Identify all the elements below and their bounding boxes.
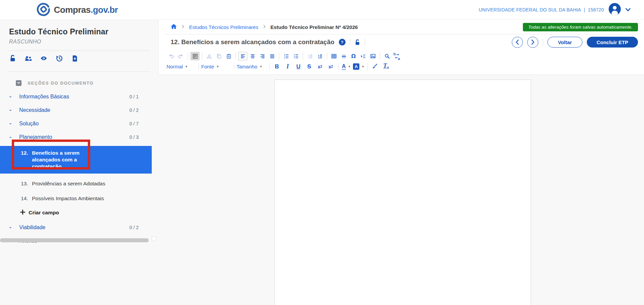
divider: [543, 38, 543, 46]
sidebar-item-12-beneficios-selected[interactable]: 12. Benefícios a serem alcançados com a …: [0, 146, 152, 174]
background-color-button[interactable]: A▾: [352, 62, 365, 71]
sections-header-label: SEÇÕES DO DOCUMENTO: [28, 81, 94, 86]
breadcrumb: Estudos Técnicos Preliminares Estudo Téc…: [171, 24, 358, 31]
breadcrumb-link-etp-list[interactable]: Estudos Técnicos Preliminares: [189, 24, 258, 30]
align-justify-icon[interactable]: [267, 52, 277, 60]
insert-image-icon[interactable]: [368, 52, 378, 60]
strikethrough-button[interactable]: S: [304, 62, 314, 71]
chevron-up-icon: [0, 136, 11, 139]
section-count: 0 / 3: [130, 134, 139, 140]
help-icon[interactable]: ?: [339, 39, 346, 45]
richtext-toolbar: Ω ba Normal▾ Fonte▾ Tamanho▾ B I U S x2 …: [158, 50, 644, 73]
section-count: 0 / 2: [130, 108, 139, 113]
chevron-down-icon: [0, 109, 11, 112]
collapse-sections-icon: [16, 80, 22, 86]
paste-icon[interactable]: [224, 52, 233, 60]
plus-icon: [20, 210, 25, 216]
section-count: 0 / 2: [130, 225, 139, 230]
editor-canvas[interactable]: [275, 80, 531, 305]
align-left-icon[interactable]: [238, 52, 247, 60]
sidebar-horizontal-scrollbar[interactable]: [0, 238, 149, 242]
breadcrumb-chevron-icon: [182, 24, 184, 30]
text-color-button[interactable]: A▾: [341, 62, 351, 71]
chevron-down-icon: [0, 226, 11, 229]
divider: [365, 38, 365, 46]
horizontal-line-icon[interactable]: [339, 52, 348, 60]
previous-section-button[interactable]: [512, 37, 523, 48]
undo-icon[interactable]: [167, 52, 176, 60]
select-all-icon[interactable]: [190, 52, 200, 60]
copy-icon[interactable]: [214, 52, 223, 60]
sections-header[interactable]: SEÇÕES DO DOCUMENTO: [0, 78, 158, 88]
unlock-icon[interactable]: [9, 54, 16, 62]
section-count: 0 / 1: [130, 94, 139, 99]
sidebar-item-informacoes-basicas[interactable]: Informações Básicas 0 / 1: [0, 90, 158, 103]
ordered-list-icon[interactable]: [282, 52, 291, 60]
editor-workspace: [158, 75, 644, 305]
user-group-icon[interactable]: [25, 54, 32, 62]
find-icon[interactable]: [383, 52, 392, 60]
subscript-button[interactable]: x2: [315, 62, 325, 71]
superscript-button[interactable]: x2: [326, 62, 336, 71]
create-field-button[interactable]: Criar campo: [0, 206, 158, 219]
redo-icon[interactable]: [176, 52, 185, 60]
divider: [350, 38, 350, 46]
brand-wordmark: Compras.gov.br: [54, 5, 118, 15]
sidebar-item-13-providencias[interactable]: 13. Providências a serem Adotadas: [0, 176, 158, 191]
bullet-list-icon[interactable]: [291, 52, 300, 60]
breadcrumb-current: Estudo Técnico Preliminar Nº 4/2026: [271, 24, 358, 30]
account-menu-chevron-icon[interactable]: [625, 7, 631, 13]
compras-logo-icon: [36, 2, 50, 18]
cut-icon[interactable]: [205, 52, 214, 60]
sidebar-item-necessidade[interactable]: Necessidade 0 / 2: [0, 103, 158, 117]
conclude-etp-button[interactable]: Concluir ETP: [587, 37, 638, 48]
special-character-icon[interactable]: Ω: [349, 52, 358, 60]
document-status-draft: RASCUNHO: [9, 39, 150, 45]
sidebar-item-planejamento[interactable]: Planejamento 0 / 3: [0, 130, 158, 144]
italic-button[interactable]: I: [283, 62, 293, 71]
sidebar-item-viabilidade[interactable]: Viabilidade 0 / 2: [0, 221, 158, 234]
sidebar-item-solucao[interactable]: Solução 0 / 7: [0, 117, 158, 130]
app-header: Compras.gov.br UNIVERSIDADE FEDERAL DO S…: [0, 0, 644, 20]
font-dropdown[interactable]: Fonte▾: [201, 62, 231, 71]
breadcrumb-chevron-icon: [263, 24, 266, 30]
section-count: 0 / 7: [130, 121, 139, 126]
replace-icon[interactable]: ba: [392, 52, 401, 60]
remove-format-button[interactable]: Tx: [381, 62, 392, 71]
align-center-icon[interactable]: [248, 52, 257, 60]
document-sidebar: Estudo Técnico Preliminar RASCUNHO SEÇÕE…: [0, 20, 158, 305]
page-break-icon[interactable]: [359, 52, 368, 60]
indent-icon[interactable]: [315, 52, 324, 60]
eye-icon[interactable]: [40, 54, 47, 62]
sidebar-item-14-impactos[interactable]: 14. Possíveis Impactos Ambientais: [0, 191, 158, 206]
home-icon[interactable]: [171, 24, 177, 31]
chevron-down-icon: [0, 95, 11, 98]
unlock-icon[interactable]: [355, 39, 360, 45]
file-download-icon[interactable]: [71, 54, 78, 62]
main-header-panel: Estudos Técnicos Preliminares Estudo Téc…: [158, 20, 644, 75]
document-title: Estudo Técnico Preliminar: [9, 27, 150, 36]
divider: [8, 71, 150, 72]
underline-button[interactable]: U: [293, 62, 303, 71]
insert-table-icon[interactable]: [329, 52, 338, 60]
org-name-and-code: UNIVERSIDADE FEDERAL DO SUL DA BAHIA | 1…: [479, 7, 604, 12]
back-button[interactable]: Voltar: [547, 37, 582, 48]
user-avatar-icon[interactable]: [609, 3, 621, 17]
compras-govbr-logo[interactable]: Compras.gov.br: [36, 2, 118, 18]
paragraph-style-dropdown[interactable]: Normal▾: [167, 62, 196, 71]
copy-formatting-icon[interactable]: [370, 62, 380, 71]
align-right-icon[interactable]: [258, 52, 267, 60]
chevron-down-icon: [0, 122, 11, 125]
autosave-status-badge: Todas as alterações foram salvas automat…: [523, 23, 638, 31]
history-icon[interactable]: [56, 54, 63, 62]
next-section-button[interactable]: [527, 37, 538, 48]
font-size-dropdown[interactable]: Tamanho▾: [237, 62, 267, 71]
bold-button[interactable]: B: [272, 62, 282, 71]
scrollbar-corner: [152, 237, 156, 241]
outdent-icon[interactable]: [306, 52, 315, 60]
sections-list: Informações Básicas 0 / 1 Necessidade 0 …: [0, 90, 158, 248]
page-title: 12. Benefícios a serem alcançados com a …: [171, 38, 334, 46]
